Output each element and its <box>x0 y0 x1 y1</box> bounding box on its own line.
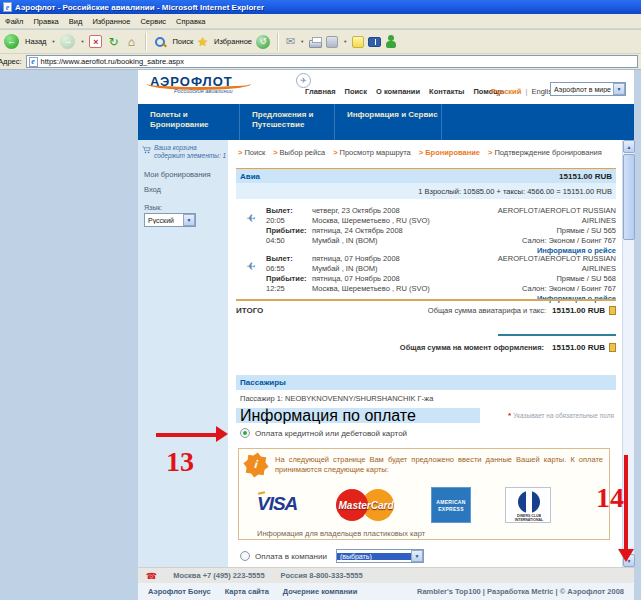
crumb-itinerary[interactable]: >Просмотр маршрута <box>333 148 411 157</box>
footer-link-sitemap[interactable]: Карта сайта <box>225 587 269 596</box>
ie-icon: e <box>3 2 12 12</box>
dropdown-icon[interactable]: ▼ <box>411 550 423 562</box>
crumb-booking[interactable]: >Бронирование <box>419 148 480 157</box>
back-label[interactable]: Назад <box>25 37 47 46</box>
pay-card-label[interactable]: Оплата кредитной или дебетовой картой <box>255 429 407 438</box>
nav-flights-booking[interactable]: Полеты и Бронирование <box>138 104 240 140</box>
language-switcher: Русский | English <box>491 87 556 96</box>
world-select[interactable]: Аэрофлот в мире ▼ <box>550 82 626 96</box>
toolbar-separator <box>277 33 279 51</box>
arr-date: пятница, 07 Ноябрь 2008 <box>312 274 482 284</box>
footer-links: Аэрофлот Бонус Карта сайта Дочерние комп… <box>138 583 634 600</box>
divider <box>236 299 616 301</box>
airline-name: AEROFLOT/AEROFLOT RUSSIAN AIRLINES <box>482 254 616 274</box>
address-input[interactable]: e https://www.aeroflot.ru/booking_sabre.… <box>26 55 638 68</box>
site-header: АЭРОФЛОТ Российские авиалинии ✈ Главная … <box>138 70 634 104</box>
menu-view[interactable]: Вид <box>69 17 83 26</box>
link-about[interactable]: О компании <box>376 87 420 96</box>
footer-link-bonus[interactable]: Аэрофлот Бонус <box>148 587 211 596</box>
nav-offers-travel[interactable]: Предложения и Путешествие <box>240 104 335 140</box>
home-button[interactable]: ⌂ <box>124 35 138 49</box>
cart-icon <box>142 144 151 156</box>
annotation-arrow-14-head <box>618 549 634 562</box>
footer-link-subsidiaries[interactable]: Дочерние компании <box>283 587 357 596</box>
dropdown-icon[interactable]: ▼ <box>613 83 625 95</box>
edit-button[interactable] <box>326 36 338 48</box>
search-icon[interactable] <box>154 36 166 48</box>
payment-section-header: Информация по оплате <box>236 408 480 423</box>
link-home[interactable]: Главная <box>305 87 336 96</box>
airplane-icon: ✈ <box>236 252 266 296</box>
itogo-label: ИТОГО <box>236 306 263 315</box>
currency-converter-icon[interactable] <box>609 343 616 352</box>
arr-label: Прибытие: <box>266 274 312 284</box>
arr-time: 04:50 <box>266 236 312 246</box>
cart-widget[interactable]: Ваша корзина содержит элементы: 1 <box>142 144 228 160</box>
lang-russian[interactable]: Русский <box>491 87 521 96</box>
search-label[interactable]: Поиск <box>172 37 193 46</box>
menu-tools[interactable]: Сервис <box>140 17 166 26</box>
sidebar-login[interactable]: Вход <box>144 185 161 194</box>
annotation-arrow-13-line <box>156 433 218 437</box>
url-text: https://www.aeroflot.ru/booking_sabre.as… <box>41 57 184 66</box>
avia-total-price: 15151.00 RUB <box>559 172 612 181</box>
flight-segment-return: ✈ Вылет: 06:55 Прибытие: 12:25 пятница, … <box>236 252 616 296</box>
header-links: Главная Поиск О компании Контакты Помощь <box>305 87 504 96</box>
total-due-label: Общая сумма на момент оформления: <box>400 343 544 352</box>
sidebar-language-select[interactable]: Русский ▼ <box>144 213 196 227</box>
edit-dropdown-icon[interactable]: ▼ <box>343 39 347 44</box>
messenger-button[interactable] <box>385 35 397 49</box>
crumb-search[interactable]: >Поиск <box>238 148 265 157</box>
mail-button[interactable]: ✉ <box>286 35 295 48</box>
back-button[interactable]: ← <box>4 34 19 49</box>
stop-button[interactable]: × <box>89 35 102 48</box>
nav-info-service[interactable]: Информация и Сервис <box>335 104 442 140</box>
back-dropdown-icon[interactable]: ▼ <box>52 39 56 44</box>
aeroflot-logo[interactable]: АЭРОФЛОТ Российские авиалинии <box>150 72 300 102</box>
currency-converter-icon[interactable] <box>609 306 616 315</box>
card-holders-info-link[interactable]: Информация для владельцев пластиковых ка… <box>257 529 425 538</box>
passengers-section-header: Пассажиры <box>236 375 616 390</box>
menu-favorites[interactable]: Избранное <box>92 17 130 26</box>
pay-card-radio[interactable] <box>240 428 250 438</box>
menu-help[interactable]: Справка <box>176 17 205 26</box>
crumb-flight-select[interactable]: >Выбор рейса <box>273 148 325 157</box>
pay-office-label[interactable]: Оплата в компании <box>255 552 327 561</box>
cabin-info: Салон: Эконом / Боинг 767 <box>482 284 616 294</box>
scroll-up-button[interactable]: ▲ <box>623 140 635 153</box>
menu-edit[interactable]: Правка <box>33 17 58 26</box>
cabin-info: Салон: Эконом / Боинг 767 <box>482 236 616 246</box>
arr-place: Мумбай , IN (BOM) <box>312 236 482 246</box>
dropdown-icon[interactable]: ▼ <box>183 214 195 226</box>
logo-stamp-icon: ✈ <box>296 73 311 88</box>
dep-date: пятница, 07 Ноябрь 2008 <box>312 254 482 264</box>
print-button[interactable] <box>309 40 322 48</box>
link-search[interactable]: Поиск <box>345 87 368 96</box>
sidebar-my-bookings[interactable]: Мои бронирования <box>144 170 211 179</box>
required-fields-note: *Указывает на обязательные поля <box>508 411 614 420</box>
dep-place: Москва, Шереметьево , RU (SVO) <box>312 216 482 226</box>
pay-office-radio[interactable] <box>240 551 250 561</box>
favorites-icon[interactable]: ★ <box>197 36 208 48</box>
refresh-button[interactable]: ↻ <box>106 35 120 49</box>
annotation-arrow-13-head <box>216 426 228 442</box>
office-select[interactable]: (выбрать) ▼ <box>336 549 424 563</box>
total-due-row: Общая сумма на момент оформления: 15151.… <box>236 343 616 352</box>
mail-dropdown-icon[interactable]: ▼ <box>300 39 304 44</box>
forward-dropdown-icon[interactable]: ▼ <box>80 39 84 44</box>
flight-segment-outbound: ✈ Вылет: 20:05 Прибытие: 04:50 четверг, … <box>236 204 616 248</box>
favorites-label[interactable]: Избранное <box>214 37 252 46</box>
arr-date: пятница, 24 Октябрь 2008 <box>312 226 482 236</box>
passengers-title: Пассажиры <box>240 378 286 387</box>
crumb-confirmation[interactable]: >Подтверждение бронирования <box>488 148 602 157</box>
arr-time: 12:25 <box>266 284 312 294</box>
link-contacts[interactable]: Контакты <box>429 87 464 96</box>
research-button[interactable] <box>368 37 381 47</box>
history-button[interactable]: ↺ <box>256 35 270 49</box>
forward-button[interactable]: → <box>60 34 75 49</box>
discuss-button[interactable] <box>352 36 364 48</box>
menu-file[interactable]: Файл <box>5 17 23 26</box>
pay-card-option: Оплата кредитной или дебетовой картой <box>240 428 407 438</box>
scrollbar-thumb[interactable] <box>623 154 635 240</box>
toolbar-separator <box>145 33 147 51</box>
